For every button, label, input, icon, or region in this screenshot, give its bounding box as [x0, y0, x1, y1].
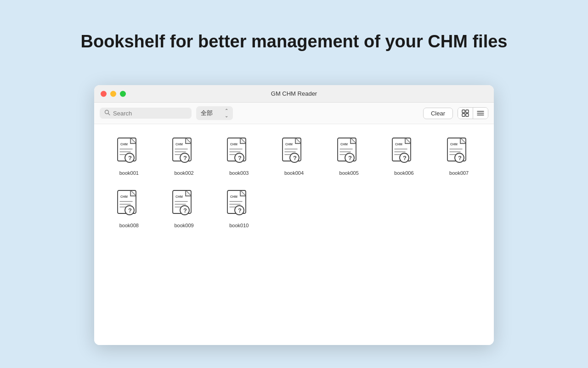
book-item[interactable]: CHM ? book002 — [158, 132, 210, 179]
svg-text:?: ? — [183, 207, 187, 214]
svg-rect-3 — [466, 110, 469, 113]
book-label: book005 — [339, 170, 359, 176]
svg-text:?: ? — [403, 155, 407, 161]
search-box[interactable] — [100, 108, 192, 119]
book-item[interactable]: CHM ? book008 — [103, 184, 155, 232]
svg-line-1 — [108, 114, 110, 115]
svg-text:?: ? — [293, 155, 297, 161]
book-label: book009 — [174, 223, 193, 228]
svg-rect-4 — [462, 114, 465, 116]
grid-view-button[interactable] — [458, 108, 473, 119]
search-icon — [104, 109, 110, 117]
book-item[interactable]: CHM ? book005 — [323, 132, 375, 179]
app-window: GM CHM Reader 全部 ⌃⌄ Clear — [94, 85, 494, 345]
book-item[interactable]: CHM ? book006 — [379, 132, 430, 179]
book-label: book008 — [119, 223, 139, 228]
svg-text:CHM: CHM — [340, 143, 348, 146]
book-icon: CHM ? — [168, 135, 200, 167]
svg-text:CHM: CHM — [450, 143, 458, 146]
book-item[interactable]: CHM ? book009 — [158, 184, 210, 232]
svg-text:?: ? — [238, 207, 242, 214]
title-bar: GM CHM Reader — [94, 85, 494, 103]
book-icon: CHM ? — [388, 135, 420, 167]
minimize-button[interactable] — [110, 91, 116, 97]
book-label: book003 — [229, 170, 249, 176]
svg-text:CHM: CHM — [230, 143, 237, 146]
svg-text:?: ? — [238, 155, 242, 161]
svg-text:?: ? — [348, 155, 352, 161]
svg-rect-2 — [462, 110, 465, 113]
book-label: book006 — [394, 170, 413, 176]
svg-text:CHM: CHM — [230, 195, 237, 198]
book-icon: CHM ? — [223, 188, 255, 220]
book-icon: CHM ? — [113, 135, 145, 167]
book-label: book010 — [229, 223, 249, 228]
svg-text:?: ? — [128, 207, 132, 214]
svg-text:CHM: CHM — [120, 195, 128, 198]
book-icon: CHM ? — [333, 135, 365, 167]
svg-text:?: ? — [458, 155, 462, 161]
book-label: book004 — [284, 170, 304, 176]
svg-text:?: ? — [183, 155, 187, 161]
book-icon: CHM ? — [168, 188, 200, 220]
book-item[interactable]: CHM ? book007 — [433, 132, 485, 179]
book-icon: CHM ? — [223, 135, 255, 167]
list-view-button[interactable] — [473, 108, 488, 119]
window-title: GM CHM Reader — [271, 90, 317, 97]
filter-dropdown[interactable]: 全部 ⌃⌄ — [196, 106, 233, 120]
book-icon: CHM ? — [443, 135, 475, 167]
books-grid: CHM ? book001 — [103, 132, 485, 232]
svg-rect-5 — [466, 114, 469, 116]
svg-text:CHM: CHM — [395, 143, 402, 146]
svg-text:CHM: CHM — [175, 143, 183, 146]
close-button[interactable] — [101, 91, 107, 97]
book-item[interactable]: CHM ? book003 — [213, 132, 265, 179]
book-item[interactable]: CHM ? book001 — [103, 132, 155, 179]
book-icon: CHM ? — [113, 188, 145, 220]
book-label: book002 — [174, 170, 193, 176]
content-area: CHM ? book001 — [94, 124, 494, 345]
book-item[interactable]: CHM ? book010 — [213, 184, 265, 232]
maximize-button[interactable] — [120, 91, 126, 97]
traffic-lights — [101, 91, 126, 97]
book-label: book007 — [449, 170, 469, 176]
svg-text:?: ? — [128, 155, 132, 161]
filter-label: 全部 — [201, 109, 213, 117]
svg-text:CHM: CHM — [175, 195, 183, 198]
chevron-icon: ⌃⌄ — [225, 108, 228, 118]
svg-text:CHM: CHM — [120, 143, 128, 146]
toolbar: 全部 ⌃⌄ Clear — [94, 103, 494, 124]
view-toggle — [458, 107, 488, 119]
book-icon: CHM ? — [278, 135, 310, 167]
search-input[interactable] — [113, 110, 187, 117]
svg-text:CHM: CHM — [285, 143, 293, 146]
book-item[interactable]: CHM ? book004 — [268, 132, 320, 179]
clear-button[interactable]: Clear — [423, 108, 453, 119]
book-label: book001 — [119, 170, 139, 176]
page-title: Bookshelf for better management of your … — [28, 31, 560, 52]
